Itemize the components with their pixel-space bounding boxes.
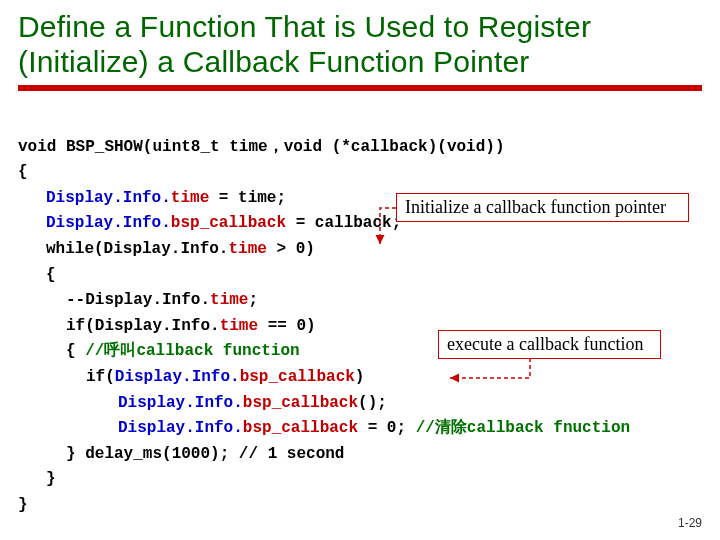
slide: Define a Function That is Used to Regist… xyxy=(0,0,720,540)
title-rule xyxy=(18,85,702,91)
slide-number: 1-29 xyxy=(678,516,702,530)
code-line-while: while(Display.Info.time > 0) xyxy=(18,237,315,263)
slide-title: Define a Function That is Used to Regist… xyxy=(18,10,702,79)
callout-initialize: Initialize a callback function pointer xyxy=(396,193,689,222)
code-line-clear-callback: Display.Info.bsp_callback = 0; //清除callb… xyxy=(18,416,630,442)
code-line-if-close: } delay_ms(1000); // 1 second xyxy=(18,442,344,468)
code-line-call-callback: Display.Info.bsp_callback(); xyxy=(18,391,387,417)
code-block: void BSP_SHOW(uint8_t time，void (*callba… xyxy=(18,109,702,540)
code-line-if-open: { //呼叫callback function xyxy=(18,339,300,365)
code-line-while-open: { xyxy=(18,263,56,289)
code-line-while-close: } xyxy=(18,467,56,493)
code-line-assign-callback: Display.Info.bsp_callback = callback; xyxy=(18,211,401,237)
code-line-brace-close: } xyxy=(18,496,28,514)
code-line-if-callback: if(Display.Info.bsp_callback) xyxy=(18,365,364,391)
code-line-if-time: if(Display.Info.time == 0) xyxy=(18,314,316,340)
code-line-assign-time: Display.Info.time = time; xyxy=(18,186,286,212)
code-line-decr: --Display.Info.time; xyxy=(18,288,258,314)
callout-execute: execute a callback function xyxy=(438,330,661,359)
code-line-brace-open: { xyxy=(18,163,28,181)
code-line-signature: void BSP_SHOW(uint8_t time，void (*callba… xyxy=(18,138,505,156)
